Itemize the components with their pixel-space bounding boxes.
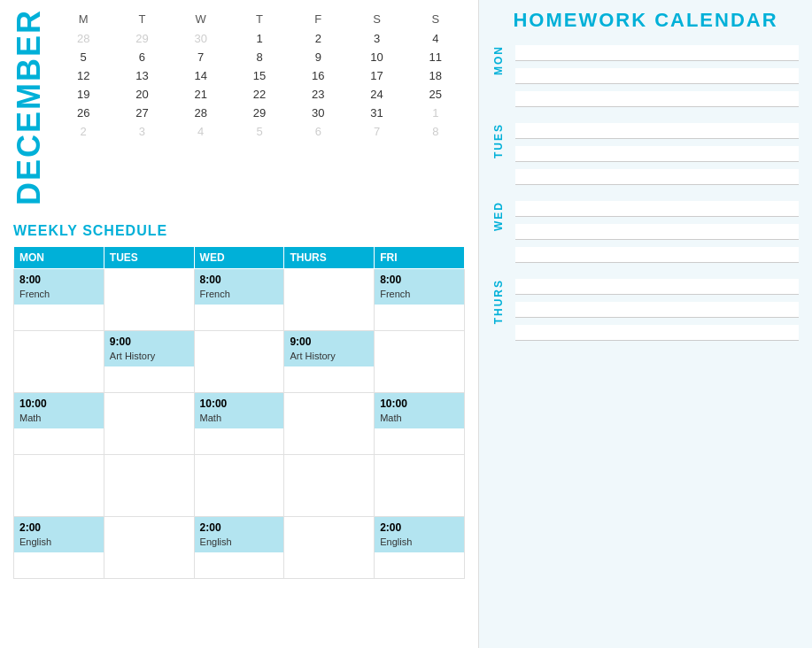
schedule-cell (284, 455, 375, 517)
calendar-day: 8 (406, 122, 465, 141)
calendar-day: 20 (112, 85, 171, 104)
cell-time: 10:00 (200, 397, 279, 412)
calendar-day: 12 (54, 66, 112, 85)
hw-line[interactable] (515, 224, 799, 240)
hw-line[interactable] (515, 302, 799, 318)
schedule-cell: 8:00French (194, 269, 284, 331)
schedule-column-header: THURS (284, 247, 375, 269)
schedule-table: MONTUESWEDTHURSFRI 8:00French8:00French8… (13, 246, 465, 579)
calendar-day: 26 (54, 104, 112, 122)
schedule-cell (104, 517, 194, 579)
schedule-cell: 2:00English (194, 517, 284, 579)
schedule-cell: 8:00French (375, 269, 465, 331)
hw-line[interactable] (515, 68, 799, 84)
calendar-day: 3 (112, 122, 171, 141)
calendar-day-header: S (406, 9, 465, 29)
cell-subject: French (200, 288, 279, 301)
calendar-day: 5 (230, 122, 289, 141)
right-panel: HOMEWORK CALENDAR MONTUESWEDTHURS (478, 0, 812, 648)
schedule-column-header: MON (14, 247, 104, 269)
calendar-day: 16 (289, 66, 347, 85)
schedule-column-header: WED (194, 247, 284, 269)
schedule-row: 10:00Math10:00Math10:00Math (14, 393, 465, 455)
hw-day-row: MON (492, 45, 799, 107)
cell-subject: Math (200, 412, 279, 425)
hw-day-label: TUES (492, 123, 508, 162)
calendar-week-row: 2345678 (54, 122, 465, 141)
cell-time: 10:00 (19, 397, 98, 412)
weekly-section: WEEKLY SCHEDULE MONTUESWEDTHURSFRI 8:00F… (13, 223, 465, 579)
hw-line[interactable] (515, 169, 799, 185)
cell-subject: French (19, 288, 98, 301)
hw-day-label: MON (492, 45, 508, 79)
calendar-day: 1 (406, 104, 465, 122)
schedule-cell: 10:00Math (194, 393, 284, 455)
calendar-day: 13 (112, 66, 171, 85)
hw-day-section: WED (492, 201, 799, 263)
calendar-day: 4 (172, 122, 230, 141)
calendar-day-header: T (230, 9, 289, 29)
calendar-day-header: M (54, 9, 112, 29)
hw-day-section: MON (492, 45, 799, 107)
hw-line[interactable] (515, 91, 799, 107)
schedule-cell: 8:00French (14, 269, 104, 331)
schedule-cell: 2:00English (375, 517, 465, 579)
calendar-day: 30 (289, 104, 347, 122)
cell-subject: Art History (290, 350, 368, 363)
schedule-cell (194, 331, 284, 393)
hw-day-section: THURS (492, 279, 799, 341)
schedule-column-header: TUES (104, 247, 194, 269)
schedule-cell: 9:00Art History (104, 331, 194, 393)
hw-line[interactable] (515, 201, 799, 217)
calendar-grid: MTWTFSS 28293012345678910111213141516171… (54, 9, 465, 205)
left-panel: DECEMBER MTWTFSS 28293012345678910111213… (0, 0, 478, 648)
schedule-cell (14, 331, 104, 393)
schedule-row: 2:00English2:00English2:00English (14, 517, 465, 579)
hw-line[interactable] (515, 279, 799, 295)
hw-line[interactable] (515, 325, 799, 341)
calendar-day-header: W (172, 9, 230, 29)
hw-lines (515, 201, 799, 263)
calendar-day: 28 (172, 104, 230, 122)
calendar-day-header: F (289, 9, 347, 29)
schedule-cell-content: 8:00French (195, 269, 284, 305)
calendar-week-row: 19202122232425 (54, 85, 465, 104)
schedule-cell (104, 269, 194, 331)
calendar-week-row: 2627282930311 (54, 104, 465, 122)
calendar-header-row: MTWTFSS (54, 9, 465, 29)
calendar-week-row: 2829301234 (54, 29, 465, 48)
schedule-cell-content: 10:00Math (14, 393, 104, 428)
hw-line[interactable] (515, 123, 799, 139)
schedule-cell: 10:00Math (14, 393, 104, 455)
schedule-row (14, 455, 465, 517)
hw-line[interactable] (515, 146, 799, 162)
homework-title: HOMEWORK CALENDAR (492, 9, 799, 32)
schedule-cell: 2:00English (14, 517, 104, 579)
schedule-cell-content: 2:00English (14, 517, 104, 552)
schedule-cell-content: 2:00English (195, 517, 284, 552)
schedule-cell (284, 517, 375, 579)
calendar-day: 27 (112, 104, 171, 122)
calendar-day: 6 (112, 48, 171, 66)
calendar-day: 23 (289, 85, 347, 104)
cell-time: 9:00 (290, 335, 368, 350)
hw-line[interactable] (515, 45, 799, 61)
cell-time: 9:00 (110, 335, 189, 350)
schedule-cell-content: 9:00Art History (104, 331, 194, 366)
calendar-day: 2 (289, 29, 347, 48)
hw-lines (515, 279, 799, 341)
calendar-day: 10 (347, 48, 406, 66)
calendar-day: 31 (347, 104, 406, 122)
cell-time: 2:00 (19, 521, 98, 536)
calendar-day: 15 (230, 66, 289, 85)
cell-time: 10:00 (380, 397, 459, 412)
calendar-day: 30 (172, 29, 230, 48)
calendar-day-header: S (347, 9, 406, 29)
cell-time: 8:00 (380, 273, 459, 288)
cell-time: 8:00 (200, 273, 279, 288)
cell-subject: English (19, 536, 98, 549)
schedule-cell (284, 393, 375, 455)
calendar-day: 8 (230, 48, 289, 66)
hw-line[interactable] (515, 247, 799, 263)
calendar-day: 2 (54, 122, 112, 141)
